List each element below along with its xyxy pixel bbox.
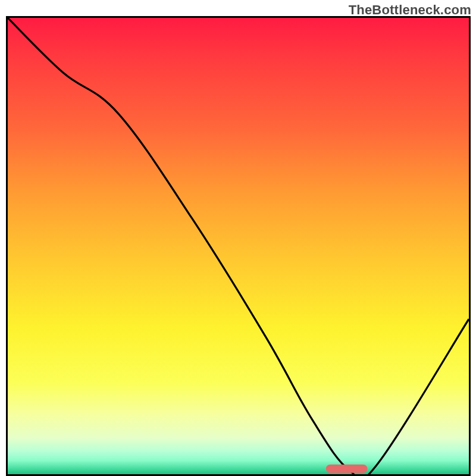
optimum-marker	[326, 465, 368, 473]
chart-wrapper: TheBottleneck.com	[0, 0, 476, 476]
curve-layer	[8, 18, 469, 474]
plot-area	[6, 16, 471, 476]
bottleneck-curve	[8, 18, 469, 474]
